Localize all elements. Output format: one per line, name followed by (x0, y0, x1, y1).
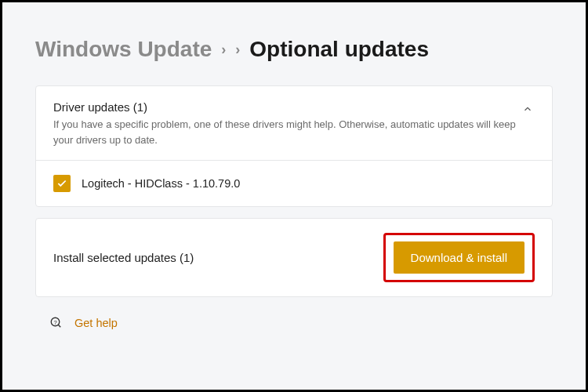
get-help-link[interactable]: ? Get help (49, 316, 553, 330)
breadcrumb-root[interactable]: Windows Update (35, 37, 212, 62)
chevron-right-icon: › (235, 42, 240, 58)
install-selected-label: Install selected updates (1) (53, 251, 194, 264)
driver-section-description: If you have a specific problem, one of t… (53, 117, 521, 147)
driver-section-header[interactable]: Driver updates (1) If you have a specifi… (36, 86, 552, 161)
breadcrumb-current: Optional updates (249, 37, 429, 62)
breadcrumb: Windows Update › › Optional updates (12, 18, 576, 85)
svg-text:?: ? (53, 319, 56, 326)
install-action-card: Install selected updates (1) Download & … (35, 218, 553, 297)
driver-updates-card: Driver updates (1) If you have a specifi… (35, 85, 553, 207)
download-install-button[interactable]: Download & install (394, 241, 524, 274)
driver-row: Logitech - HIDClass - 1.10.79.0 (36, 161, 552, 206)
chevron-right-icon: › (221, 42, 226, 58)
chevron-up-icon[interactable] (521, 100, 535, 120)
driver-name: Logitech - HIDClass - 1.10.79.0 (82, 177, 240, 190)
driver-checkbox[interactable] (53, 175, 71, 192)
help-icon: ? (49, 316, 64, 330)
driver-section-title: Driver updates (1) (53, 100, 521, 114)
get-help-label: Get help (74, 317, 118, 329)
highlight-box: Download & install (383, 233, 535, 282)
